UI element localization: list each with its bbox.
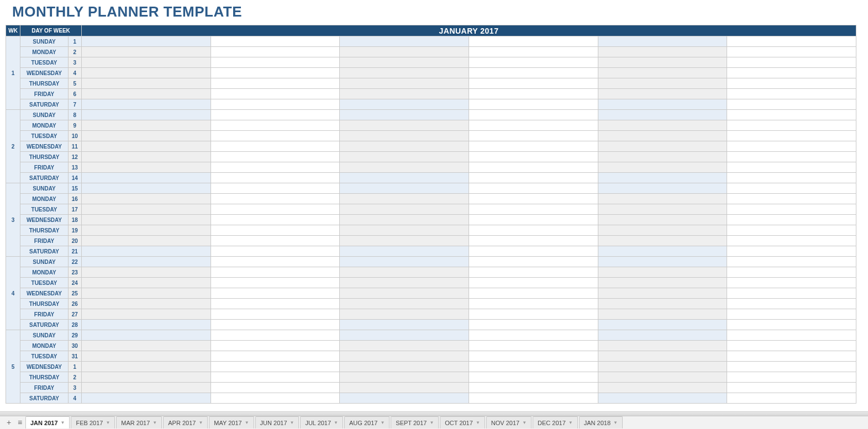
planner-cell[interactable] [469, 267, 598, 278]
planner-cell[interactable] [211, 57, 340, 68]
planner-cell[interactable] [211, 204, 340, 215]
sheet-tab[interactable]: JUN 2017▼ [255, 416, 299, 428]
planner-cell[interactable] [469, 57, 598, 68]
planner-cell[interactable] [81, 173, 211, 183]
sheet-tab[interactable]: JAN 2018▼ [579, 416, 623, 428]
planner-cell[interactable] [211, 47, 340, 57]
planner-cell[interactable] [469, 89, 598, 99]
planner-cell[interactable] [340, 110, 469, 120]
planner-cell[interactable] [727, 341, 856, 351]
sheet-tab[interactable]: MAR 2017▼ [116, 416, 162, 428]
planner-cell[interactable] [469, 204, 598, 215]
planner-cell[interactable] [727, 89, 856, 99]
planner-cell[interactable] [211, 225, 340, 236]
planner-cell[interactable] [727, 278, 856, 288]
planner-cell[interactable] [469, 131, 598, 141]
planner-cell[interactable] [211, 362, 340, 372]
planner-cell[interactable] [727, 257, 856, 267]
planner-cell[interactable] [727, 393, 856, 404]
sheet-tab[interactable]: NOV 2017▼ [486, 416, 532, 428]
planner-cell[interactable] [211, 236, 340, 246]
planner-cell[interactable] [469, 236, 598, 246]
planner-cell[interactable] [211, 183, 340, 194]
planner-cell[interactable] [598, 215, 727, 225]
planner-cell[interactable] [340, 246, 469, 257]
planner-cell[interactable] [81, 351, 211, 362]
planner-cell[interactable] [340, 320, 469, 330]
planner-cell[interactable] [81, 99, 211, 110]
planner-cell[interactable] [598, 89, 727, 99]
planner-cell[interactable] [81, 383, 211, 393]
planner-cell[interactable] [211, 330, 340, 341]
planner-cell[interactable] [340, 383, 469, 393]
planner-cell[interactable] [469, 183, 598, 194]
planner-cell[interactable] [340, 288, 469, 299]
planner-cell[interactable] [81, 225, 211, 236]
planner-cell[interactable] [598, 278, 727, 288]
planner-cell[interactable] [598, 68, 727, 78]
planner-cell[interactable] [727, 236, 856, 246]
planner-cell[interactable] [469, 351, 598, 362]
planner-cell[interactable] [340, 194, 469, 204]
planner-cell[interactable] [211, 299, 340, 309]
planner-cell[interactable] [469, 152, 598, 162]
planner-cell[interactable] [469, 341, 598, 351]
planner-cell[interactable] [727, 194, 856, 204]
planner-cell[interactable] [211, 152, 340, 162]
planner-cell[interactable] [469, 99, 598, 110]
planner-cell[interactable] [598, 351, 727, 362]
planner-cell[interactable] [469, 162, 598, 173]
planner-cell[interactable] [598, 36, 727, 47]
planner-cell[interactable] [211, 141, 340, 152]
planner-cell[interactable] [727, 120, 856, 131]
planner-cell[interactable] [598, 288, 727, 299]
planner-cell[interactable] [340, 152, 469, 162]
planner-cell[interactable] [340, 236, 469, 246]
planner-cell[interactable] [598, 141, 727, 152]
planner-cell[interactable] [81, 162, 211, 173]
planner-cell[interactable] [598, 309, 727, 320]
planner-cell[interactable] [598, 393, 727, 404]
planner-cell[interactable] [727, 183, 856, 194]
planner-cell[interactable] [340, 278, 469, 288]
planner-cell[interactable] [469, 225, 598, 236]
planner-cell[interactable] [469, 309, 598, 320]
planner-cell[interactable] [211, 372, 340, 383]
planner-cell[interactable] [211, 393, 340, 404]
add-sheet-button[interactable]: + [3, 417, 14, 428]
planner-cell[interactable] [81, 78, 211, 89]
planner-cell[interactable] [598, 362, 727, 372]
planner-cell[interactable] [598, 225, 727, 236]
planner-cell[interactable] [340, 68, 469, 78]
planner-cell[interactable] [469, 47, 598, 57]
planner-cell[interactable] [211, 341, 340, 351]
planner-cell[interactable] [469, 120, 598, 131]
planner-cell[interactable] [598, 152, 727, 162]
planner-cell[interactable] [211, 36, 340, 47]
planner-cell[interactable] [340, 299, 469, 309]
planner-cell[interactable] [727, 68, 856, 78]
planner-cell[interactable] [340, 141, 469, 152]
planner-cell[interactable] [81, 152, 211, 162]
planner-cell[interactable] [727, 131, 856, 141]
planner-cell[interactable] [81, 362, 211, 372]
planner-cell[interactable] [211, 120, 340, 131]
planner-cell[interactable] [340, 351, 469, 362]
planner-cell[interactable] [81, 183, 211, 194]
planner-cell[interactable] [81, 120, 211, 131]
planner-cell[interactable] [211, 246, 340, 257]
planner-cell[interactable] [81, 141, 211, 152]
planner-cell[interactable] [598, 372, 727, 383]
sheet-tab[interactable]: AUG 2017▼ [344, 416, 390, 428]
planner-cell[interactable] [211, 351, 340, 362]
planner-cell[interactable] [727, 246, 856, 257]
planner-cell[interactable] [598, 57, 727, 68]
planner-cell[interactable] [598, 204, 727, 215]
planner-cell[interactable] [598, 320, 727, 330]
planner-cell[interactable] [81, 47, 211, 57]
planner-cell[interactable] [81, 257, 211, 267]
planner-cell[interactable] [727, 78, 856, 89]
planner-cell[interactable] [469, 110, 598, 120]
planner-cell[interactable] [81, 393, 211, 404]
planner-cell[interactable] [211, 309, 340, 320]
